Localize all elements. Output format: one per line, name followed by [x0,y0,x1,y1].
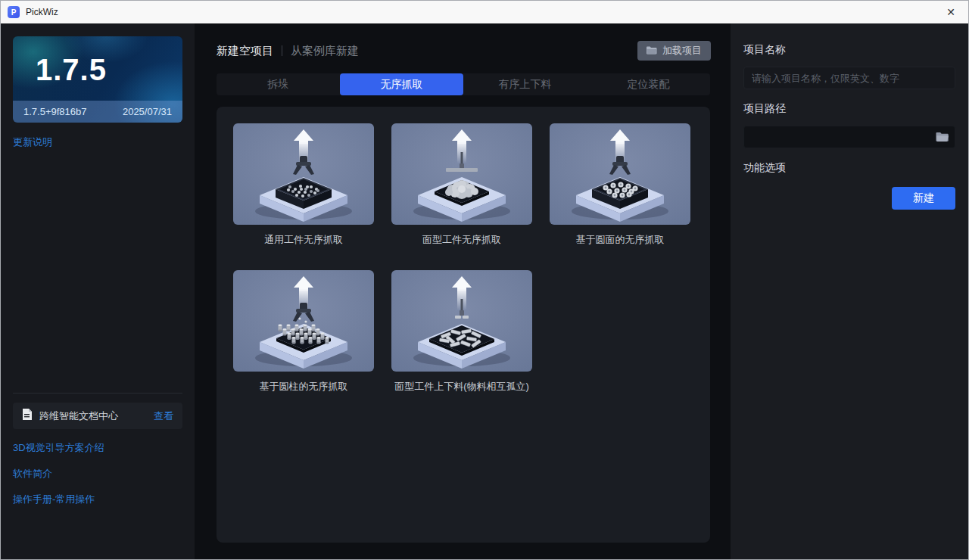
title-bar: P PickWiz ✕ [1,1,968,23]
project-path-row [743,126,955,148]
tab-new-from-case-library[interactable]: 从案例库新建 [291,44,359,58]
template-card-1[interactable]: 面型工件无序抓取 [391,123,532,247]
version-card: 1.7.5 1.7.5+9f816b7 2025/07/31 [13,36,182,123]
app-icon: P [8,6,20,18]
app-window: P PickWiz ✕ 1.7.5 1.7.5+9f816b7 2025/07/… [0,0,969,560]
sidebar-link-0[interactable]: 3D视觉引导方案介绍 [13,441,182,455]
create-button[interactable]: 新建 [892,187,955,210]
folder-icon [647,45,657,57]
version-build: 1.7.5+9f816b7 [23,106,87,117]
create-row: 新建 [743,187,955,210]
template-card-image [233,123,374,225]
tab-0[interactable]: 拆垛 [217,73,340,95]
project-name-row [743,67,955,89]
template-card-label: 通用工件无序抓取 [233,233,374,247]
app-body: 1.7.5 1.7.5+9f816b7 2025/07/31 更新说明 跨维智能… [1,23,968,559]
template-card-4[interactable]: 面型工件上下料(物料相互孤立) [391,270,532,394]
template-card-0[interactable]: 通用工件无序抓取 [233,123,374,247]
template-card-3[interactable]: 基于圆柱的无序抓取 [233,270,374,394]
window-title: PickWiz [26,7,933,17]
load-project-button[interactable]: 加载项目 [637,41,711,61]
tab-new-empty-project[interactable]: 新建空项目 [217,44,273,58]
version-number: 1.7.5 [36,53,107,87]
version-footer: 1.7.5+9f816b7 2025/07/31 [13,101,182,123]
template-grid: 通用工件无序抓取 面型工件无序抓取 基于圆面的无序抓取 [233,123,693,394]
update-notes-link[interactable]: 更新说明 [13,135,182,149]
feature-options-label: 功能选项 [743,161,955,175]
sidebar-link-2[interactable]: 操作手册-常用操作 [13,493,182,506]
doc-center-view-link[interactable]: 查看 [154,409,173,423]
sidebar: 1.7.5 1.7.5+9f816b7 2025/07/31 更新说明 跨维智能… [1,23,195,559]
tab-bar: 拆垛无序抓取有序上下料定位装配 [217,73,710,95]
main-header: 新建空项目 从案例库新建 加载项目 [217,41,711,61]
sidebar-link-1[interactable]: 软件简介 [13,467,182,481]
template-card-image [391,123,532,225]
sidebar-divider [13,393,182,394]
project-path-input[interactable] [743,126,955,148]
template-card-label: 基于圆面的无序抓取 [550,233,690,247]
doc-center-label: 跨维智能文档中心 [39,409,146,423]
project-path-label: 项目路径 [743,102,955,116]
template-card-image [233,270,374,372]
tab-2[interactable]: 有序上下料 [463,73,587,95]
document-icon [22,409,32,423]
sidebar-links: 3D视觉引导方案介绍软件简介操作手册-常用操作 [13,429,182,506]
template-card-label: 面型工件上下料(物料相互孤立) [391,380,532,394]
project-name-input[interactable] [743,67,955,89]
tab-3[interactable]: 定位装配 [587,73,710,95]
tab-1[interactable]: 无序抓取 [340,73,463,95]
close-button[interactable]: ✕ [933,1,968,23]
header-separator [282,45,282,56]
template-card-image [550,123,690,225]
doc-center-card: 跨维智能文档中心 查看 [13,403,182,429]
template-card-label: 基于圆柱的无序抓取 [233,380,374,394]
template-card-label: 面型工件无序抓取 [391,233,532,247]
template-panel: 通用工件无序抓取 面型工件无序抓取 基于圆面的无序抓取 [217,107,710,543]
project-name-label: 项目名称 [743,43,955,57]
load-project-label: 加载项目 [662,44,702,58]
project-form-panel: 项目名称 项目路径 功能选项 新建 [731,23,968,559]
template-card-2[interactable]: 基于圆面的无序抓取 [550,123,690,247]
version-date: 2025/07/31 [123,106,172,117]
sidebar-spacer [13,149,182,393]
browse-folder-button[interactable] [936,130,949,144]
main-content: 新建空项目 从案例库新建 加载项目 拆垛无序抓取有序上下料定位装配 [195,23,731,559]
template-card-image [391,270,532,372]
